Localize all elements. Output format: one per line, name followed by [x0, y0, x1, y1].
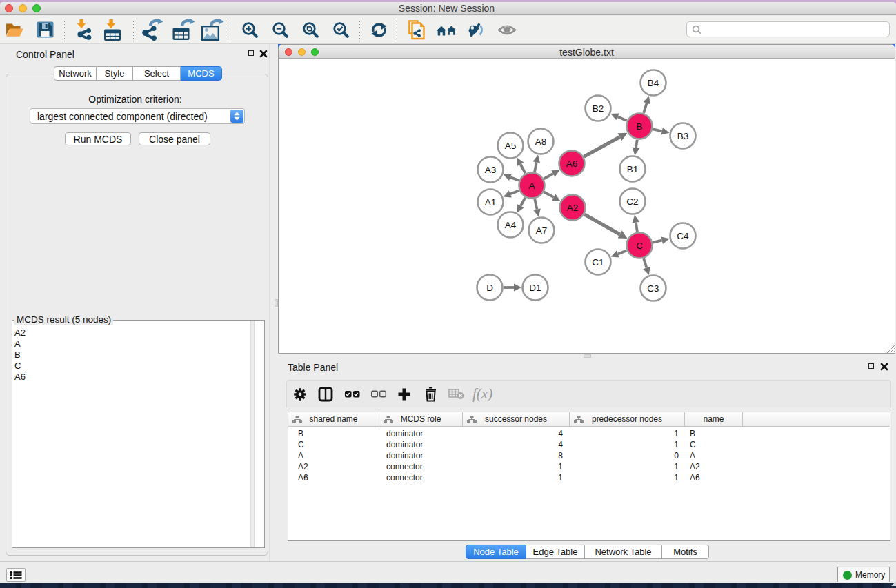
svg-text:A5: A5 — [505, 141, 517, 151]
svg-text:A4: A4 — [505, 220, 517, 230]
svg-text:A1: A1 — [485, 197, 497, 207]
svg-text:C2: C2 — [626, 196, 638, 207]
svg-text:B1: B1 — [627, 164, 639, 174]
svg-text:C3: C3 — [647, 283, 659, 294]
svg-text:D1: D1 — [529, 283, 541, 293]
svg-text:B2: B2 — [593, 103, 604, 114]
svg-text:B: B — [636, 121, 642, 132]
svg-text:A: A — [528, 181, 535, 191]
svg-text:A7: A7 — [536, 225, 548, 236]
svg-text:B4: B4 — [648, 78, 659, 88]
svg-text:A6: A6 — [566, 159, 578, 169]
svg-text:C1: C1 — [592, 257, 604, 267]
svg-text:B3: B3 — [677, 131, 689, 141]
svg-text:A3: A3 — [485, 165, 497, 175]
svg-text:A8: A8 — [535, 136, 547, 147]
svg-text:C4: C4 — [677, 231, 689, 241]
svg-text:C: C — [636, 241, 643, 251]
svg-text:A2: A2 — [567, 203, 579, 213]
svg-text:D: D — [486, 283, 493, 293]
